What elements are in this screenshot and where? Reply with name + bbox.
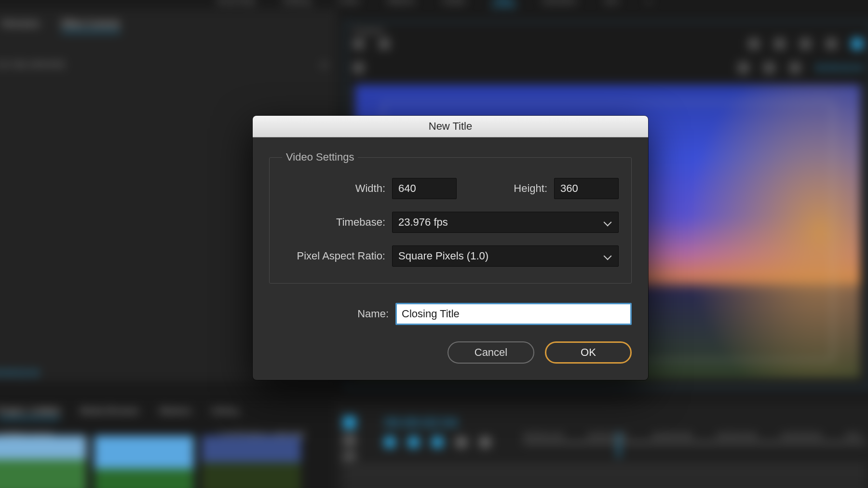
clip-thumbnail[interactable] <box>0 436 86 488</box>
dialog-title: New Title <box>429 120 472 133</box>
clip-thumbnail[interactable] <box>202 436 301 488</box>
timeline-panel: 00:00:02:04 00:00:01:00 00:00:02:00 00:0… <box>335 401 868 488</box>
pixel-aspect-ratio-select[interactable]: Square Pixels (1.0) <box>392 245 619 267</box>
timeline-icon[interactable] <box>456 437 467 448</box>
workspace-tab-active[interactable]: Titles <box>491 0 516 7</box>
name-input[interactable] <box>395 303 632 325</box>
timeline-icon[interactable] <box>408 437 419 448</box>
timeline-icon[interactable] <box>384 437 395 448</box>
workspace-tab[interactable]: Color <box>337 0 362 6</box>
chevron-down-icon <box>604 218 612 227</box>
height-input[interactable] <box>554 178 619 199</box>
timeline-timecode[interactable]: 00:00:02:04 <box>335 401 868 434</box>
dialog-titlebar: New Title <box>253 116 648 137</box>
panel-menu-icon[interactable]: ▸ <box>323 59 327 70</box>
new-title-dialog: New Title Video Settings Width: Height: … <box>253 116 648 380</box>
video-settings-legend: Video Settings <box>282 151 358 163</box>
width-input[interactable] <box>392 178 457 199</box>
workspace-tab[interactable]: Editing <box>281 0 312 6</box>
timeline-track[interactable] <box>345 461 867 484</box>
workspace-tabs: Assembly Editing Color Effects Audio Tit… <box>0 0 868 9</box>
pixel-aspect-ratio-value: Square Pixels (1.0) <box>398 250 488 262</box>
workspace-overflow-icon[interactable]: » <box>644 0 653 6</box>
pixel-aspect-ratio-label: Pixel Aspect Ratio: <box>282 250 392 262</box>
program-timecode: 00:00:02:04 <box>815 63 863 73</box>
project-tab[interactable]: Markers <box>160 406 192 420</box>
project-thumbnails <box>0 436 301 488</box>
source-timecode: 00:00:02:04 <box>0 368 39 379</box>
width-label: Width: <box>282 182 392 195</box>
timebase-value: 23.976 fps <box>398 216 448 229</box>
timeline-tool-icon[interactable] <box>343 416 356 429</box>
workspace-tab[interactable]: Libraries <box>540 0 578 6</box>
program-label: Program: <box>353 27 386 35</box>
workspace-tab[interactable]: Assembly <box>215 0 258 6</box>
timeline-ruler[interactable]: 00:00:01:00 00:00:02:00 00:00:03:00 00:0… <box>523 442 866 444</box>
timebase-select[interactable]: 23.976 fps <box>392 212 619 233</box>
panel-tab-active[interactable]: Effect Controls <box>62 18 120 32</box>
workspace-tab[interactable]: Effects <box>386 0 417 6</box>
no-clip-message: (no clip selected) <box>0 59 65 70</box>
workspace-tab[interactable]: Audio <box>441 0 468 6</box>
timebase-label: Timebase: <box>282 216 392 229</box>
ok-button[interactable]: OK <box>545 341 632 364</box>
height-label: Height: <box>514 182 554 195</box>
cancel-button[interactable]: Cancel <box>448 341 534 364</box>
name-label: Name: <box>269 308 395 320</box>
video-settings-group: Video Settings Width: Height: Timebase: … <box>269 151 632 284</box>
project-tab[interactable]: Media Browser <box>80 406 140 420</box>
panel-tab[interactable]: Metadata <box>2 18 39 32</box>
project-tab[interactable]: Project: Untitled <box>0 406 60 420</box>
project-tab[interactable]: History <box>212 406 240 420</box>
chevron-down-icon <box>604 252 612 260</box>
timeline-tool-icon[interactable] <box>343 434 356 447</box>
clip-thumbnail[interactable] <box>94 436 193 488</box>
timeline-icon[interactable] <box>432 437 443 448</box>
timeline-icon[interactable] <box>480 437 491 448</box>
timeline-track[interactable] <box>345 486 867 488</box>
workspace-tab[interactable]: Jen <box>602 0 621 6</box>
